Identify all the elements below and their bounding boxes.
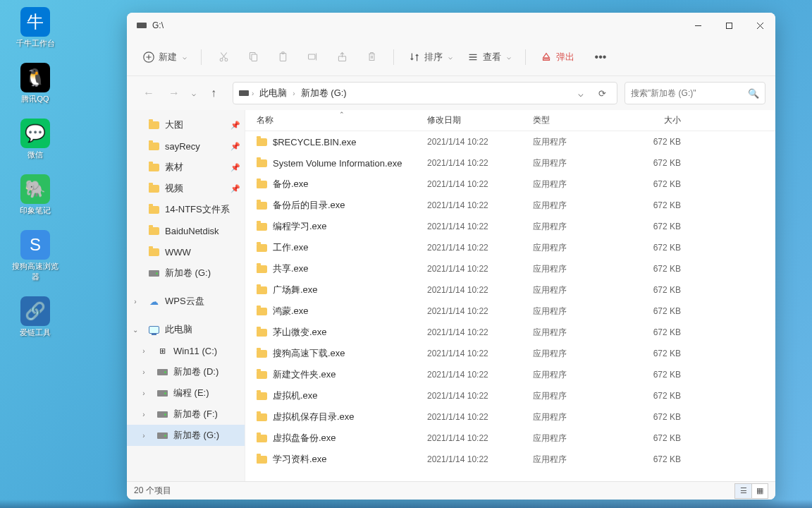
file-row[interactable]: 备份后的目录.exe 2021/1/14 10:22 应用程序 672 KB [245,195,775,216]
svg-rect-12 [251,54,257,61]
address-dropdown[interactable]: ⌵ [572,84,590,102]
sidebar-item[interactable]: 视频📌 [127,178,245,199]
file-size: 672 KB [625,306,695,316]
sidebar-item[interactable]: 14-NTFS文件系 [127,199,245,220]
breadcrumb-this-pc[interactable]: 此电脑 [257,85,290,101]
desktop-icon[interactable]: 牛千牛工作台 [11,7,60,49]
file-type: 应用程序 [533,327,625,339]
share-button[interactable] [328,44,355,70]
sidebar-item[interactable]: WWW [127,241,245,262]
chevron-icon[interactable]: › [138,389,149,397]
desktop-icon[interactable]: 🐧腾讯QQ [11,63,60,104]
desktop-icon[interactable]: 🔗爱链工具 [11,296,60,338]
sidebar-item[interactable]: ›☁WPS云盘 [127,291,245,312]
sidebar-item[interactable]: ›新加卷 (G:) [127,425,245,446]
copy-button[interactable] [240,44,266,70]
sidebar-item-label: 新加卷 (G:) [173,429,219,442]
file-name: 虚拟盘备份.exe [273,432,336,445]
eject-button[interactable]: 弹出 [534,44,580,70]
forward-button[interactable]: → [162,81,186,105]
file-row[interactable]: System Volume Information.exe 2021/1/14 … [245,152,775,174]
file-row[interactable]: 新建文件夹.exe 2021/1/14 10:22 应用程序 672 KB [245,364,775,385]
file-row[interactable]: 茅山微变.exe 2021/1/14 10:22 应用程序 672 KB [245,322,775,343]
file-row[interactable]: 共享.exe 2021/1/14 10:22 应用程序 672 KB [245,258,775,279]
pin-icon: 📌 [230,184,240,193]
desktop-icon[interactable]: 🐘印象笔记 [11,174,60,216]
desktop-icon[interactable]: S搜狗高速浏览器 [11,230,60,282]
sidebar-item[interactable]: BaiduNetdisk [127,220,245,241]
file-type: 应用程序 [533,221,625,233]
back-button[interactable]: ← [137,81,161,105]
address-bar[interactable]: › 此电脑 › 新加卷 (G:) ⌵ ⟳ [233,82,617,104]
delete-button[interactable] [358,44,385,70]
file-row[interactable]: 学习资料.exe 2021/1/14 10:22 应用程序 672 KB [245,449,775,470]
search-input[interactable] [631,88,748,98]
file-row[interactable]: 虚拟盘备份.exe 2021/1/14 10:22 应用程序 672 KB [245,428,775,449]
sidebar-item[interactable]: ›编程 (E:) [127,382,245,404]
file-row[interactable]: 搜狗高速下载.exe 2021/1/14 10:22 应用程序 672 KB [245,343,775,364]
details-view-button[interactable]: ☰ [734,483,751,499]
sidebar-item[interactable]: ›新加卷 (D:) [127,361,245,382]
file-date: 2021/1/14 10:22 [427,391,533,401]
title-bar[interactable]: G:\ [127,13,775,38]
sidebar-item[interactable]: 新加卷 (G:) [127,262,245,284]
close-button[interactable] [744,13,775,38]
file-row[interactable]: 鸿蒙.exe 2021/1/14 10:22 应用程序 672 KB [245,301,775,322]
sidebar-item[interactable]: 素材📌 [127,157,245,178]
icon-label: 搜狗高速浏览器 [11,261,60,282]
file-row[interactable]: $RECYCLE.BIN.exe 2021/1/14 10:22 应用程序 67… [245,131,775,152]
breadcrumb-drive[interactable]: 新加卷 (G:) [298,85,350,101]
paste-button[interactable] [269,44,296,70]
file-date: 2021/1/14 10:22 [427,285,533,295]
chevron-icon[interactable]: › [138,368,149,376]
file-row[interactable]: 工作.exe 2021/1/14 10:22 应用程序 672 KB [245,237,775,258]
column-date[interactable]: 修改日期 [427,114,533,126]
file-rows[interactable]: $RECYCLE.BIN.exe 2021/1/14 10:22 应用程序 67… [245,131,775,481]
search-box[interactable]: 🔍 [625,82,765,104]
sidebar-item-label: 14-NTFS文件系 [165,203,230,216]
file-size: 672 KB [625,243,695,253]
desktop-icon[interactable]: 💬微信 [11,119,60,160]
file-row[interactable]: 虚拟机保存目录.exe 2021/1/14 10:22 应用程序 672 KB [245,406,775,428]
new-button[interactable]: 新建⌵ [137,44,192,70]
column-name[interactable]: ⌃名称 [251,114,427,126]
sidebar-item[interactable]: 大图📌 [127,114,245,135]
icons-view-button[interactable]: ▦ [751,483,768,499]
chevron-icon[interactable]: › [138,411,149,418]
chevron-icon[interactable]: › [138,432,149,440]
chevron-icon[interactable]: › [138,347,149,355]
sidebar-item[interactable]: ⌄此电脑 [127,319,245,340]
app-icon: 🔗 [20,296,50,326]
folder-icon [148,119,159,131]
refresh-button[interactable]: ⟳ [593,84,611,102]
pc-icon [148,324,159,335]
file-row[interactable]: 备份.exe 2021/1/14 10:22 应用程序 672 KB [245,174,775,195]
chevron-icon[interactable]: › [130,298,141,306]
sidebar-item[interactable]: ›⊞Win11 (C:) [127,340,245,361]
cut-button[interactable] [210,44,237,70]
file-date: 2021/1/14 10:22 [427,222,533,231]
file-icon [257,350,267,358]
sort-button[interactable]: 排序⌵ [402,44,458,70]
file-row[interactable]: 广场舞.exe 2021/1/14 10:22 应用程序 672 KB [245,279,775,301]
file-row[interactable]: 虚拟机.exe 2021/1/14 10:22 应用程序 672 KB [245,385,775,406]
chevron-icon[interactable]: ⌄ [130,326,141,334]
column-headers[interactable]: ⌃名称 修改日期 类型 大小 [245,110,775,131]
more-button[interactable]: ••• [587,44,614,70]
folder-icon [148,162,159,173]
sidebar-item[interactable]: sayRecy📌 [127,135,245,157]
up-button[interactable]: ↑ [202,81,226,105]
file-name: 工作.exe [273,241,309,254]
file-row[interactable]: 编程学习.exe 2021/1/14 10:22 应用程序 672 KB [245,216,775,237]
navigation-sidebar[interactable]: 大图📌sayRecy📌素材📌视频📌14-NTFS文件系BaiduNetdiskW… [127,110,245,481]
file-type: 应用程序 [533,369,625,381]
sidebar-item[interactable]: ›新加卷 (F:) [127,404,245,425]
sidebar-item-label: sayRecy [165,141,200,152]
column-size[interactable]: 大小 [625,114,695,126]
rename-button[interactable] [299,44,326,70]
column-type[interactable]: 类型 [533,114,625,126]
view-button[interactable]: 查看⌵ [461,44,517,70]
minimize-button[interactable] [682,13,713,38]
recent-dropdown[interactable]: ⌵ [187,81,200,105]
maximize-button[interactable] [713,13,744,38]
